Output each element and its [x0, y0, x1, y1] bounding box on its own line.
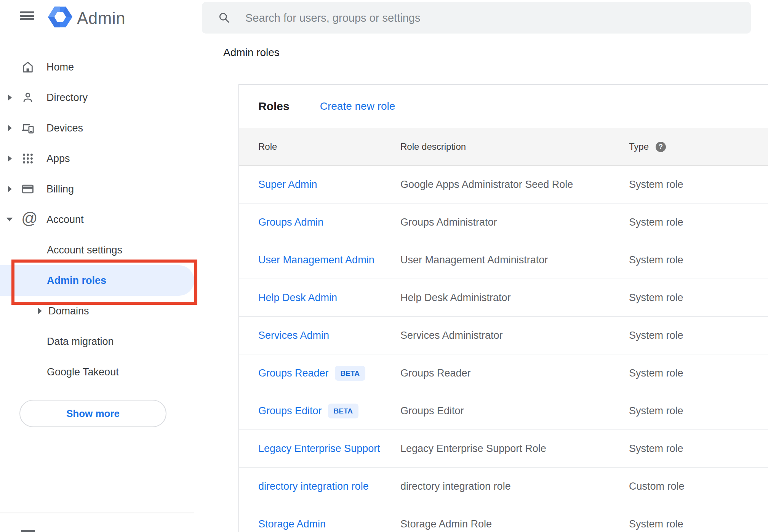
sidebar-item-label: Billing	[46, 183, 74, 195]
sidebar-item-label: Account	[46, 214, 84, 226]
hamburger-bar	[20, 15, 34, 17]
beta-badge: BETA	[335, 366, 365, 381]
table-row: Services Admin Services Administrator Sy…	[239, 317, 768, 354]
table-row: Groups Editor BETA Groups Editor System …	[239, 392, 768, 430]
role-description: Groups Reader	[400, 367, 629, 379]
table-row: Groups Reader BETA Groups Reader System …	[239, 354, 768, 392]
table-row: User Management Admin User Management Ad…	[239, 241, 768, 279]
expand-caret-icon[interactable]	[38, 308, 42, 314]
role-link[interactable]: User Management Admin	[258, 254, 374, 266]
hamburger-bar	[20, 11, 34, 13]
role-type: System role	[629, 292, 768, 304]
search-bar[interactable]	[202, 2, 751, 34]
column-header-type-label: Type	[629, 141, 649, 152]
sidebar-item-label: Directory	[46, 92, 88, 104]
sidebar-item-label: Admin roles	[47, 275, 106, 287]
role-link[interactable]: Legacy Enterprise Support	[258, 443, 380, 455]
sidebar-item-label: Google Takeout	[47, 366, 119, 378]
role-description: Groups Editor	[400, 405, 629, 417]
role-type: System role	[629, 405, 768, 417]
table-row: Storage Admin Storage Admin Role System …	[239, 505, 768, 532]
role-description: Groups Administrator	[400, 216, 629, 228]
role-link[interactable]: Super Admin	[258, 179, 317, 191]
product-name: Admin	[77, 9, 125, 28]
column-header-role-description: Role description	[400, 141, 629, 152]
sidebar-item-billing[interactable]: Billing	[0, 174, 194, 204]
sidebar-item-google-takeout[interactable]: Google Takeout	[0, 357, 194, 387]
page-title: Admin roles	[223, 46, 280, 59]
column-header-role: Role	[239, 141, 400, 152]
sidebar-item-label: Apps	[46, 153, 70, 165]
devices-icon	[21, 122, 34, 135]
hamburger-menu-icon[interactable]	[20, 11, 34, 20]
role-type: System role	[629, 216, 768, 228]
roles-table-header: Role Role description Type ?	[239, 128, 768, 166]
role-link[interactable]: Help Desk Admin	[258, 292, 337, 304]
beta-badge: BETA	[328, 404, 358, 418]
search-input[interactable]	[245, 2, 722, 34]
admin-logo-icon[interactable]	[48, 6, 72, 28]
partial-bottom-icon	[21, 530, 35, 532]
table-row: directory integration role directory int…	[239, 468, 768, 505]
search-icon	[218, 11, 230, 24]
role-description: User Management Administrator	[400, 254, 629, 266]
expand-caret-icon[interactable]	[8, 155, 12, 162]
title-divider	[202, 66, 768, 66]
expand-caret-icon[interactable]	[8, 95, 12, 101]
sidebar-item-account[interactable]: @ Account	[0, 204, 194, 235]
role-description: Storage Admin Role	[400, 518, 629, 530]
home-icon	[21, 61, 34, 74]
role-description: Services Administrator	[400, 330, 629, 341]
collapse-caret-icon[interactable]	[6, 218, 13, 221]
role-link[interactable]: directory integration role	[258, 481, 369, 492]
role-type: System role	[629, 179, 768, 191]
sidebar-item-domains[interactable]: Domains	[0, 296, 194, 326]
roles-heading: Roles	[258, 100, 290, 113]
table-row: Groups Admin Groups Administrator System…	[239, 204, 768, 241]
role-link[interactable]: Groups Admin	[258, 216, 323, 228]
sidebar-item-devices[interactable]: Devices	[0, 113, 194, 143]
sidebar-item-account-settings[interactable]: Account settings	[0, 235, 194, 265]
sidebar-item-label: Home	[46, 61, 74, 73]
sidebar-item-data-migration[interactable]: Data migration	[0, 326, 194, 357]
role-type: System role	[629, 443, 768, 455]
role-link[interactable]: Groups Editor	[258, 405, 322, 417]
table-row: Super Admin Google Apps Administrator Se…	[239, 166, 768, 204]
expand-caret-icon[interactable]	[8, 125, 12, 131]
sidebar-divider	[0, 513, 194, 513]
role-description: Google Apps Administrator Seed Role	[400, 179, 629, 191]
roles-card: Roles Create new role Role Role descript…	[238, 84, 768, 532]
table-row: Help Desk Admin Help Desk Administrator …	[239, 279, 768, 317]
sidebar-item-label: Data migration	[47, 336, 114, 348]
role-link[interactable]: Storage Admin	[258, 518, 326, 530]
sidebar-item-home[interactable]: Home	[0, 52, 194, 82]
help-icon[interactable]: ?	[656, 142, 666, 152]
hamburger-bar	[20, 18, 34, 20]
sidebar-nav: Home Directory Devices Apps Billing @ Ac…	[0, 52, 194, 387]
apps-icon	[21, 152, 34, 165]
column-header-type: Type ?	[629, 141, 768, 152]
role-type: System role	[629, 254, 768, 266]
role-description: Legacy Enterprise Support Role	[400, 443, 629, 455]
admin-console-page: { "header": { "product_name": "Admin", "…	[0, 0, 768, 532]
table-row: Legacy Enterprise Support Legacy Enterpr…	[239, 430, 768, 468]
expand-caret-icon[interactable]	[8, 186, 12, 192]
role-type: Custom role	[629, 481, 768, 492]
roles-table-body: Super Admin Google Apps Administrator Se…	[239, 166, 768, 532]
create-new-role-link[interactable]: Create new role	[320, 100, 395, 112]
role-link[interactable]: Services Admin	[258, 330, 329, 341]
account-icon: @	[21, 213, 34, 226]
role-description: Help Desk Administrator	[400, 292, 629, 304]
sidebar-item-admin-roles[interactable]: Admin roles	[0, 265, 194, 296]
sidebar-item-directory[interactable]: Directory	[0, 82, 194, 113]
sidebar-item-label: Domains	[48, 305, 89, 317]
role-type: System role	[629, 330, 768, 341]
roles-card-header: Roles Create new role	[239, 85, 768, 128]
directory-icon	[21, 91, 34, 104]
role-link[interactable]: Groups Reader	[258, 367, 329, 379]
sidebar-item-apps[interactable]: Apps	[0, 143, 194, 174]
billing-icon	[21, 183, 34, 195]
role-type: System role	[629, 518, 768, 530]
show-more-button[interactable]: Show more	[19, 400, 166, 427]
role-type: System role	[629, 367, 768, 379]
